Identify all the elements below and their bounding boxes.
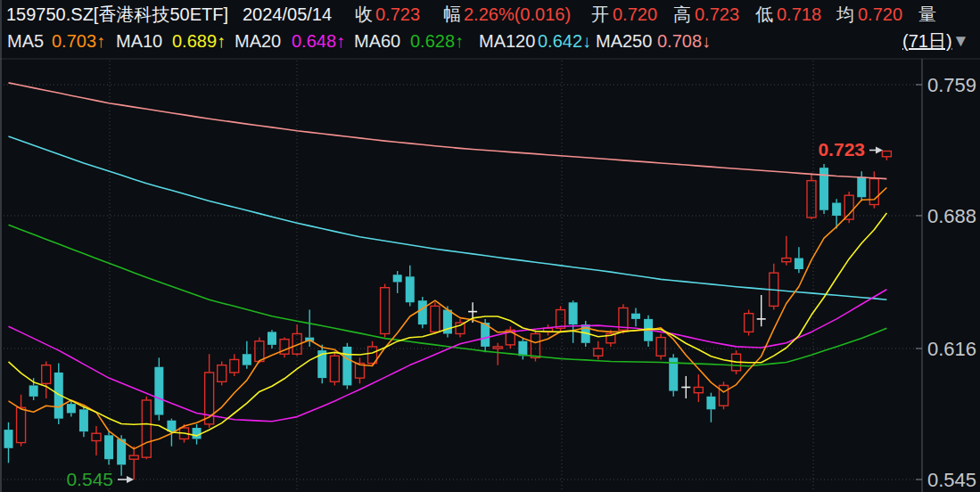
y-axis-label: 0.759 — [927, 74, 976, 96]
candles-layer — [4, 152, 892, 480]
price-annotation-0.545: 0.545 — [66, 469, 113, 489]
arrow-right-icon — [127, 476, 134, 483]
price-annotation-0.723: 0.723 — [818, 139, 865, 160]
y-axis-labels: 0.7590.6880.6160.545 — [927, 74, 976, 491]
candlestick-chart[interactable]: 0.7230.5450.7590.6880.6160.545 — [0, 0, 980, 492]
ma-lines — [9, 83, 887, 449]
stock-chart-app: 159750.SZ[香港科技50ETF] 2024/05/14 收 0.723 … — [0, 0, 980, 492]
ma-line-ma60 — [9, 225, 887, 365]
chart-frame — [0, 0, 980, 492]
y-axis-label: 0.616 — [927, 338, 976, 360]
y-axis-label: 0.545 — [927, 469, 976, 491]
ma-line-ma250 — [9, 83, 887, 179]
y-axis-label: 0.688 — [927, 205, 976, 227]
